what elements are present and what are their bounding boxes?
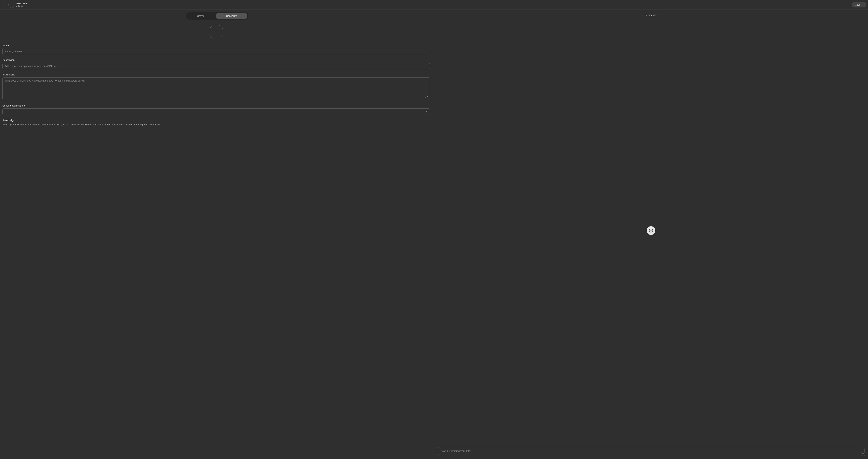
starter-input[interactable] — [3, 108, 423, 115]
editor-column: Create Configure Name Description — [0, 10, 434, 459]
back-button[interactable] — [2, 2, 8, 8]
preview-column: Preview Start by defining your GPT. — [434, 10, 868, 459]
gpt-avatar-placeholder — [8, 2, 14, 8]
description-input[interactable] — [2, 63, 430, 69]
tab-configure[interactable]: Configure — [216, 13, 247, 19]
starters-label: Conversation starters — [2, 104, 430, 107]
configure-scroll-area[interactable]: Name Description Instructions — [0, 23, 434, 459]
preview-message-input[interactable]: Start by defining your GPT. — [438, 447, 865, 455]
tab-create[interactable]: Create — [187, 13, 215, 19]
draft-status: Draft — [16, 5, 27, 8]
description-label: Description — [2, 59, 430, 61]
help-button-label: ? — [862, 453, 864, 455]
status-label: Draft — [18, 5, 23, 8]
chevron-left-icon — [3, 3, 6, 6]
remove-starter-button[interactable] — [423, 108, 430, 115]
chevron-down-icon — [861, 4, 864, 6]
mode-tabs: Create Configure — [186, 12, 248, 20]
instructions-textarea[interactable] — [2, 77, 430, 100]
instructions-label: Instructions — [2, 73, 430, 76]
header-bar: New GPT Draft Save — [0, 0, 868, 10]
cube-icon — [649, 228, 653, 233]
knowledge-helper-text: If you upload files under Knowledge, con… — [2, 123, 430, 127]
preview-input-placeholder: Start by defining your GPT. — [441, 450, 472, 452]
name-input[interactable] — [2, 48, 430, 55]
starter-row — [2, 108, 430, 115]
help-button[interactable]: ? — [861, 452, 865, 456]
plus-icon — [214, 30, 218, 34]
preview-placeholder-avatar — [647, 226, 655, 235]
expand-instructions-button[interactable] — [425, 95, 429, 99]
page-title: New GPT — [16, 2, 27, 5]
preview-heading: Preview — [434, 10, 868, 17]
save-button[interactable]: Save — [852, 2, 866, 7]
name-label: Name — [2, 44, 430, 47]
svg-line-2 — [427, 96, 427, 97]
knowledge-label: Knowledge — [2, 119, 430, 122]
close-icon — [425, 110, 428, 113]
header-title-block: New GPT Draft — [16, 2, 27, 8]
save-button-label: Save — [855, 3, 860, 6]
upload-avatar-button[interactable] — [209, 25, 223, 39]
status-dot-icon — [16, 6, 17, 7]
svg-line-3 — [426, 97, 426, 98]
expand-icon — [425, 96, 428, 99]
